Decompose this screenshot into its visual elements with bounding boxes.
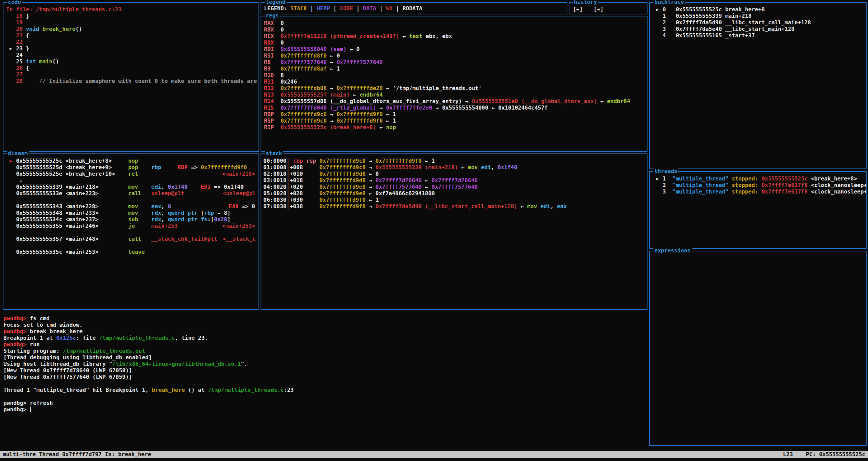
terminal-cursor [30, 407, 31, 412]
register-row: R15 0x7ffff7ffd040 (_rtld_global) → 0x7f… [264, 104, 645, 111]
stack-panel: stack 00:0000│ rbp rsp 0x7fffffffd9c0 → … [261, 153, 647, 310]
terminal-output[interactable]: pwndbg> fs cmdFocus set to cmd window.pw… [3, 315, 647, 416]
code-source-listing: In file: /tmp/multiple_threads.c:23 18 }… [3, 3, 259, 151]
register-row: RAX 0 [264, 20, 645, 26]
legend-panel-title: legend [265, 0, 287, 5]
disasm-line: 0x555555555348 <main+233> mov rdx, qword… [6, 210, 256, 216]
register-row: RCX 0x7ffff7e11219 (pthread_create+1497)… [264, 33, 645, 39]
terminal-line: [Thread debugging using libthread_db ena… [3, 354, 647, 361]
code-line: ► 23 } [6, 45, 256, 52]
register-row: R8 0x7ffff7577640 ← 0x7ffff7577640 [264, 59, 645, 65]
terminal-line: pwndbg> refresh [3, 400, 647, 406]
terminal-line [3, 380, 647, 387]
stack-list: 00:0000│ rbp rsp 0x7fffffffd9c0 → 0x7fff… [261, 154, 647, 309]
stack-row: 05:0028│+028 0x7fffffffd9e8 ← 0xf7a4866c… [263, 190, 645, 197]
expressions-panel: expressions [649, 251, 867, 446]
terminal-line: [New Thread 0x7ffff7577640 (LWP 67059)] [3, 374, 647, 380]
legend-line: LEGEND: STACK | HEAP | CODE | DATA | WX … [264, 5, 565, 12]
status-bar-pc: PC: 0x55555555525c [806, 451, 865, 458]
code-line: 20 void break_here() [6, 26, 256, 32]
disasm-line: 0x555555555343 <main+228> mov eax, 0EAX … [6, 203, 256, 210]
disasm-line: 0x555555555339 <main+218> mov edi, 0x1f4… [6, 184, 256, 190]
terminal-line: pwndbg> break break_here [3, 328, 647, 335]
disasm-panel-title: disasm [7, 150, 29, 157]
history-panel-title: history [573, 0, 598, 5]
register-row: R10 8 [264, 72, 645, 78]
backtrace-list: ► 0 0x55555555525c break_here+8 1 0x5555… [650, 3, 866, 169]
expressions-list [650, 251, 866, 445]
threads-list: ► 1 "multiple_thread" stopped: 0x5555555… [650, 172, 866, 248]
terminal-line: pwndbg> run [3, 341, 647, 348]
register-row: R12 0x7fffffffdb08 → 0x7fffffffde20 ← '/… [264, 85, 645, 91]
backtrace-panel: backtrace ► 0 0x55555555525c break_here+… [649, 2, 867, 169]
status-bar: multi-thre Thread 0x7ffff7d797 In: break… [0, 451, 868, 458]
code-line: 26 { [6, 65, 256, 71]
stack-row: 02:0010│+010 0x7fffffffd9d0 ← 0 [263, 171, 645, 177]
stack-row: 01:0008│+008 0x7fffffffd9c8 → 0x55555555… [263, 164, 645, 171]
registers-panel: regs RAX 0RBX 0RCX 0x7ffff7e11219 (pthre… [261, 16, 647, 152]
registers-list: RAX 0RBX 0RCX 0x7ffff7e11219 (pthread_cr… [261, 16, 647, 151]
disasm-line: 0x55555555525d <break_here+9> pop rbp RB… [6, 164, 256, 171]
stack-row: 06:0030│+030 0x7fffffffd9f0 ← 1 [263, 197, 645, 203]
disasm-line [6, 197, 256, 203]
backtrace-frame: ► 0 0x55555555525c break_here+8 [653, 6, 864, 13]
terminal-line: pwndbg> [3, 406, 647, 413]
register-row: RIP 0x55555555525c (break_here+8) ← nop [264, 124, 645, 130]
terminal-line: Breakpoint 1 at 0x125c: file /tmp/multip… [3, 335, 647, 341]
stack-row: 04:0020│+020 0x7fffffffd9e0 → 0x7ffff757… [263, 184, 645, 190]
terminal-line: Focus set to cmd window. [3, 322, 647, 328]
disasm-line: 0x55555555535c <main+253> leave [6, 249, 256, 255]
code-panel: code In file: /tmp/multiple_threads.c:23… [3, 2, 259, 152]
code-line: 22 [6, 39, 256, 45]
code-line: 27 [6, 71, 256, 78]
backtrace-frame: 1 0x555555555339 main+218 [653, 13, 864, 19]
register-row: RSI 0x7fffffffd8f0 ← 0 [264, 52, 645, 59]
stack-panel-title: stack [265, 150, 283, 157]
disasm-line: 0x55555555525e <break_here+10> ret<main+… [6, 171, 256, 177]
code-panel-title: code [7, 0, 22, 5]
terminal-line: pwndbg> fs cmd [3, 315, 647, 322]
disasm-line: 0x555555555355 <main+246> je main+253<ma… [6, 223, 256, 229]
disasm-line: 0x55555555533e <main+223> call usleep@pl… [6, 190, 256, 197]
code-line: In file: /tmp/multiple_threads.c:23 [6, 6, 256, 13]
threads-panel-title: threads [653, 168, 678, 175]
register-row: RDX 0 [264, 39, 645, 46]
thread-row: ► 1 "multiple_thread" stopped: 0x5555555… [653, 175, 864, 182]
stack-row: 00:0000│ rbp rsp 0x7fffffffd9c0 → 0x7fff… [263, 158, 645, 164]
legend-line-container: LEGEND: STACK | HEAP | CODE | DATA | WX … [261, 3, 567, 14]
terminal-line: [New Thread 0x7ffff7d78640 (LWP 67058)] [3, 367, 647, 374]
disasm-line: 0x55555555534c <main+237> sub rdx, qword… [6, 216, 256, 223]
code-line: 25 int main() [6, 58, 256, 65]
backtrace-frame: 4 0x555555555165 _start+37 [653, 32, 864, 39]
register-row: RBX 0 [264, 26, 645, 33]
register-row: R11 0x246 [264, 78, 645, 85]
disasm-line: ↓ [6, 177, 256, 184]
code-line: 18 } [6, 13, 256, 19]
disasm-line [6, 229, 256, 236]
register-row: RSP 0x7fffffffd9c0 → 0x7fffffffd9f0 ← 1 [264, 117, 645, 124]
terminal-line: Thread 1 "multiple_thread" hit Breakpoin… [3, 387, 647, 393]
register-row: R9 0x7fffffffd8af ← 1 [264, 65, 645, 72]
thread-row: 2 "multiple_thread" stopped: 0x7ffff7e61… [653, 182, 864, 188]
disasm-panel: disasm ► 0x55555555525c <break_here+8> n… [3, 153, 259, 310]
disasm-line: 0x555555555357 <main+248> call __stack_c… [6, 236, 256, 242]
stack-row: 07:0038│+038 0x7fffffffd9f8 → 0x7ffff7da… [263, 203, 645, 210]
backtrace-frame: 3 0x7ffff7da5e40 __libc_start_main+128 [653, 26, 864, 32]
backtrace-frame: 2 0x7ffff7da5d90 __libc_start_call_main+… [653, 19, 864, 26]
history-panel: history [←] [→] [569, 2, 647, 14]
status-bar-line-number: L23 [783, 451, 793, 458]
disasm-line: ► 0x55555555525c <break_here+8> nop [6, 158, 256, 164]
history-forward-button[interactable]: [→] [594, 6, 604, 12]
register-row: RDI 0x555555558040 (sem) ← 0 [264, 46, 645, 52]
code-line: 28 // Initialize semaphore with count 0 … [6, 78, 256, 84]
register-row: R13 0x55555555525f (main) ← endbr64 [264, 91, 645, 98]
code-line: 21 { [6, 32, 256, 39]
stack-row: 03:0018│+018 0x7fffffffd9d8 → 0x7ffff7d7… [263, 177, 645, 184]
code-line: 19 [6, 19, 256, 26]
disasm-listing: ► 0x55555555525c <break_here+8> nop 0x55… [3, 154, 259, 309]
pwndbg-debugger-screen: code In file: /tmp/multiple_threads.c:23… [0, 0, 868, 461]
disasm-line [6, 242, 256, 249]
terminal-line: Using host libthread_db library "/lib/x8… [3, 361, 647, 367]
history-back-button[interactable]: [←] [573, 6, 583, 12]
terminal-line: Starting program: /tmp/multiple_threads.… [3, 348, 647, 354]
